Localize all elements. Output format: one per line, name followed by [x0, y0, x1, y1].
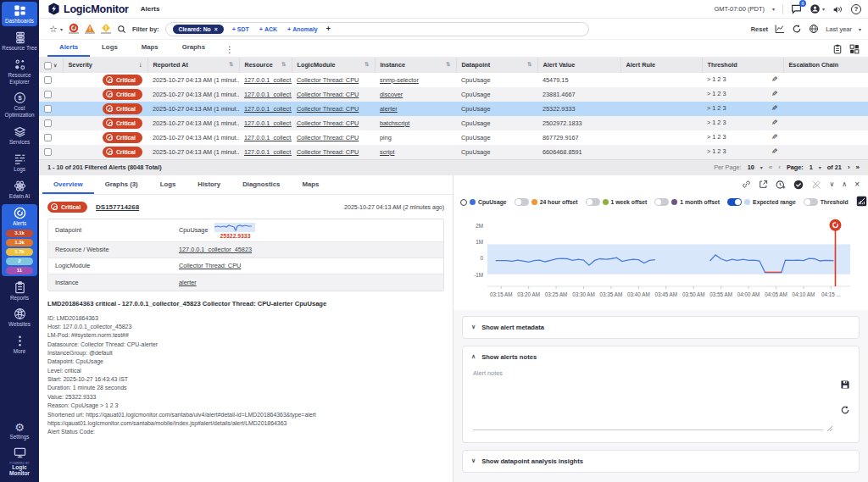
alert-count-badge[interactable]: 2: [6, 258, 33, 265]
edit-threshold-icon[interactable]: ✎: [771, 75, 778, 84]
sidebar-item-reports[interactable]: Reports: [2, 279, 37, 303]
announcements-button[interactable]: [832, 4, 843, 14]
column-header-logicmodule[interactable]: LogicModule⇅: [292, 58, 375, 73]
refresh-icon[interactable]: [792, 24, 802, 34]
error-filter-toggle[interactable]: [85, 24, 95, 34]
series-radio[interactable]: [460, 199, 467, 206]
sort-desc-icon[interactable]: ↓: [139, 61, 142, 69]
toggle-switch[interactable]: [586, 198, 600, 206]
sidebar-item-more[interactable]: More: [2, 332, 37, 357]
sidebar-item-edwin-ai[interactable]: Edwin AI: [2, 177, 37, 202]
per-page-caret-icon[interactable]: ▾: [760, 164, 763, 170]
alert-row-alerter[interactable]: Critical2025-10-27 04:13 AM (1 minut...1…: [39, 102, 868, 116]
sidebar-item-websites[interactable]: Websites: [2, 305, 37, 330]
alert-count-badge[interactable]: 1.7k: [6, 248, 33, 256]
open-in-new-icon[interactable]: [759, 180, 768, 189]
timezone-selector[interactable]: GMT-07:00 (PDT): [714, 5, 765, 13]
critical-filter-toggle[interactable]: [69, 24, 79, 34]
sidebar-item-remote-session[interactable]: [2, 445, 37, 460]
add-sdt-filter[interactable]: + SDT: [232, 26, 249, 32]
add-anomaly-filter[interactable]: + Anomaly: [287, 26, 318, 32]
alert-count-badge[interactable]: 1.3k: [6, 239, 33, 247]
show-alert-metadata-toggle[interactable]: ∨ Show alert metadata: [463, 317, 859, 338]
instance-link[interactable]: script: [380, 148, 394, 156]
refresh-notes-icon[interactable]: [840, 405, 850, 415]
legend-expected-range[interactable]: Expected range: [727, 198, 796, 206]
resource-link[interactable]: 127.0.0.1_collect...: [244, 134, 292, 141]
toggle-switch[interactable]: [654, 198, 669, 206]
instance-link[interactable]: snmp-selector: [380, 76, 419, 84]
legend-24-hour-offset[interactable]: 24 hour offset: [515, 198, 578, 206]
search-icon[interactable]: [117, 25, 126, 34]
next-page-icon[interactable]: ›: [848, 163, 850, 171]
link-icon[interactable]: [742, 180, 751, 189]
sidebar-item-resource-tree[interactable]: Resource Tree: [2, 29, 37, 53]
edit-threshold-icon[interactable]: ✎: [771, 104, 778, 113]
instance-link[interactable]: discover: [380, 91, 403, 98]
row-checkbox[interactable]: [44, 105, 52, 113]
alert-row-ping[interactable]: Critical2025-10-27 04:13 AM (1 minut...1…: [39, 130, 868, 145]
sidebar-item-resource-explorer[interactable]: Resource Explorer: [2, 56, 37, 87]
sidebar-item-cost-optimization[interactable]: $Cost Optimization: [2, 89, 37, 120]
sidebar-item-logs[interactable]: Logs: [2, 150, 37, 175]
toggle-switch[interactable]: [804, 198, 818, 206]
tab-maps[interactable]: Maps: [130, 40, 170, 57]
edit-threshold-icon[interactable]: ✎: [771, 147, 778, 156]
sidebar-item-dashboards[interactable]: Dashboards: [2, 2, 37, 26]
last-page-icon[interactable]: »: [856, 163, 860, 171]
alert-row-script[interactable]: Critical2025-10-27 04:13 AM (1 minut...1…: [39, 145, 868, 159]
sidebar-item-services[interactable]: Services: [2, 123, 37, 147]
warning-filter-toggle[interactable]: [101, 24, 111, 34]
legend-1-week-offset[interactable]: 1 week offset: [586, 198, 648, 206]
resize-handle-icon[interactable]: [826, 425, 833, 432]
toggle-switch[interactable]: [727, 198, 742, 206]
chip-close-icon[interactable]: ×: [214, 26, 218, 32]
edit-threshold-icon[interactable]: ✎: [771, 119, 778, 127]
column-header-datapoint[interactable]: Datapoint⇅: [456, 58, 537, 73]
select-all-checkbox[interactable]: [44, 62, 52, 69]
graph-trend-icon[interactable]: [775, 24, 785, 34]
legend-threshold[interactable]: Threshold: [804, 198, 849, 206]
edit-threshold-icon[interactable]: ✎: [771, 90, 778, 98]
report-clipboard-icon[interactable]: [832, 44, 843, 54]
alert-notes-input[interactable]: [473, 369, 823, 430]
save-icon[interactable]: [840, 380, 850, 390]
logicmodule-link[interactable]: Collector Thread: CPU: [297, 105, 359, 113]
resource-link[interactable]: 127.0.0.1_collect...: [244, 91, 292, 98]
edit-threshold-icon[interactable]: ✎: [771, 133, 778, 141]
histogram-icon[interactable]: [856, 195, 867, 210]
logicmodule-link[interactable]: Collector Thread: CPU: [297, 119, 359, 127]
close-panel-icon[interactable]: ×: [854, 180, 860, 189]
alert-id-link[interactable]: DS157714268: [96, 203, 139, 211]
sidebar-item-settings[interactable]: ⚙ Settings: [2, 419, 37, 442]
account-button[interactable]: ▾: [810, 3, 825, 14]
detail-tab-maps[interactable]: Maps: [291, 175, 330, 194]
time-range-caret-icon[interactable]: ▾: [859, 26, 861, 32]
resource-link[interactable]: 127.0.0.1_collect...: [244, 105, 292, 113]
detail-tab-overview[interactable]: Overview: [42, 175, 94, 194]
help-button[interactable]: ?: [851, 4, 861, 14]
column-header-instance[interactable]: Instance⇅: [375, 58, 456, 73]
tab-logs[interactable]: Logs: [90, 40, 130, 57]
acknowledge-icon[interactable]: [793, 180, 804, 190]
prev-page-icon[interactable]: ‹: [778, 163, 781, 171]
column-header-resource[interactable]: Resource⇅: [239, 58, 292, 73]
logicmodule-link[interactable]: Collector Thread: CPU: [297, 148, 359, 156]
edit-disabled-icon[interactable]: [811, 180, 821, 190]
favorites-caret-icon[interactable]: ▾: [60, 26, 63, 32]
reset-button[interactable]: Reset: [751, 25, 768, 33]
column-settings-icon[interactable]: [849, 44, 860, 54]
alert-row-snmp-selector[interactable]: Critical2025-10-27 04:13 AM (1 minut...1…: [39, 73, 868, 87]
logicmodule-link[interactable]: Collector Thread: CPU: [297, 91, 359, 98]
alert-row-batchscript[interactable]: Critical2025-10-27 04:13 AM (1 minut...1…: [39, 116, 868, 130]
timezone-caret-icon[interactable]: ▾: [772, 6, 775, 12]
cleared-filter-chip[interactable]: Cleared: No ×: [173, 25, 224, 34]
show-alerts-notes-toggle[interactable]: ∧ Show alerts notes: [463, 346, 859, 368]
sort-icon[interactable]: ⇅: [281, 61, 286, 68]
alert-count-badge[interactable]: 3.1k: [6, 230, 33, 237]
sort-icon[interactable]: ⇅: [364, 61, 369, 68]
row-checkbox[interactable]: [44, 119, 52, 127]
page-caret-icon[interactable]: ▾: [819, 164, 821, 170]
sort-icon[interactable]: ⇅: [446, 61, 450, 68]
resource-link[interactable]: 127.0.0.1_collect...: [244, 148, 292, 156]
